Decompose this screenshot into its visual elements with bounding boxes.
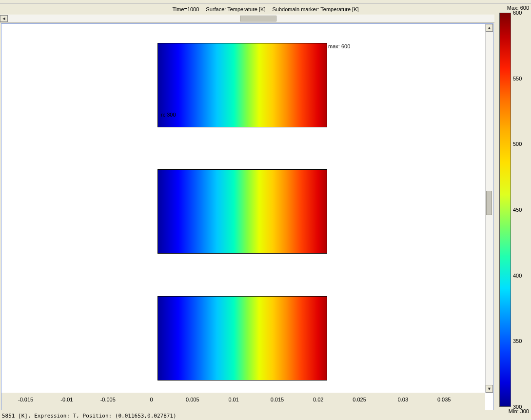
plot-header: Time=1000 Surface: Temperature [K] Subdo… — [0, 4, 531, 15]
v-scroll-thumb[interactable] — [486, 191, 492, 215]
x-tick-label: 0 — [150, 397, 153, 402]
scroll-up-icon[interactable]: ▲ — [486, 24, 493, 32]
colorbar-gradient — [499, 13, 511, 407]
h-scroll-thumb[interactable] — [240, 16, 276, 21]
x-tick-label: 0.035 — [437, 397, 451, 402]
x-tick-label: -0.005 — [100, 397, 116, 402]
header-subdomain: Subdomain marker: Temperature [K] — [272, 6, 358, 12]
gradient-fill — [158, 297, 327, 380]
gradient-fill — [158, 43, 327, 127]
max-marker-label: max: 600 — [328, 43, 350, 49]
colorbar-tick-label: 600 — [513, 10, 522, 16]
header-time: Time=1000 — [172, 6, 199, 12]
colorbar-tick-label: 350 — [513, 338, 522, 344]
gradient-fill — [158, 170, 327, 253]
min-marker-label: n: 300 — [161, 112, 176, 118]
heatmap-rect-3 — [157, 296, 327, 380]
status-text: 5851 [K], Expression: T, Position: (0.01… — [2, 413, 177, 419]
status-bar: 5851 [K], Expression: T, Position: (0.01… — [0, 411, 493, 420]
header-surface: Surface: Temperature [K] — [206, 6, 265, 12]
h-scroll-track[interactable] — [8, 15, 523, 22]
x-tick-label: 0.025 — [353, 397, 366, 402]
toolbar-strip — [0, 0, 531, 4]
vertical-scrollbar[interactable]: ▲ ▼ — [485, 24, 493, 393]
scroll-left-icon[interactable]: ◄ — [0, 15, 8, 22]
colorbar-tick-label: 550 — [513, 76, 522, 81]
x-tick-label: 0.005 — [186, 397, 199, 402]
colorbar-panel: Max: 600 600550500450400350300 Min: 300 — [494, 4, 531, 416]
scroll-down-icon[interactable]: ▼ — [486, 385, 493, 393]
x-tick-label: 0.015 — [271, 397, 284, 402]
colorbar-tick-label: 500 — [513, 141, 522, 147]
x-tick-label: -0.015 — [18, 397, 33, 402]
colorbar-tick-label: 400 — [513, 273, 522, 279]
x-tick-label: 0.03 — [398, 397, 408, 402]
colorbar-min-label: Min: 300 — [509, 408, 529, 414]
heatmap-rect-2 — [157, 169, 327, 254]
colorbar-tick-label: 450 — [513, 207, 522, 213]
x-tick-label: -0.01 — [60, 397, 73, 402]
horizontal-scrollbar[interactable]: ◄ ► — [0, 15, 531, 22]
x-tick-label: 0.01 — [228, 397, 238, 402]
plot-region[interactable]: max: 600 n: 300 — [1, 24, 485, 393]
plot-panel: max: 600 n: 300 ▲ ▼ -0.015-0.01-0.00500.… — [1, 23, 493, 410]
v-scroll-track[interactable] — [486, 32, 493, 385]
x-axis: -0.015-0.01-0.00500.0050.010.0150.020.02… — [1, 393, 485, 410]
heatmap-rect-1 — [157, 43, 327, 127]
x-tick-label: 0.02 — [313, 397, 323, 402]
